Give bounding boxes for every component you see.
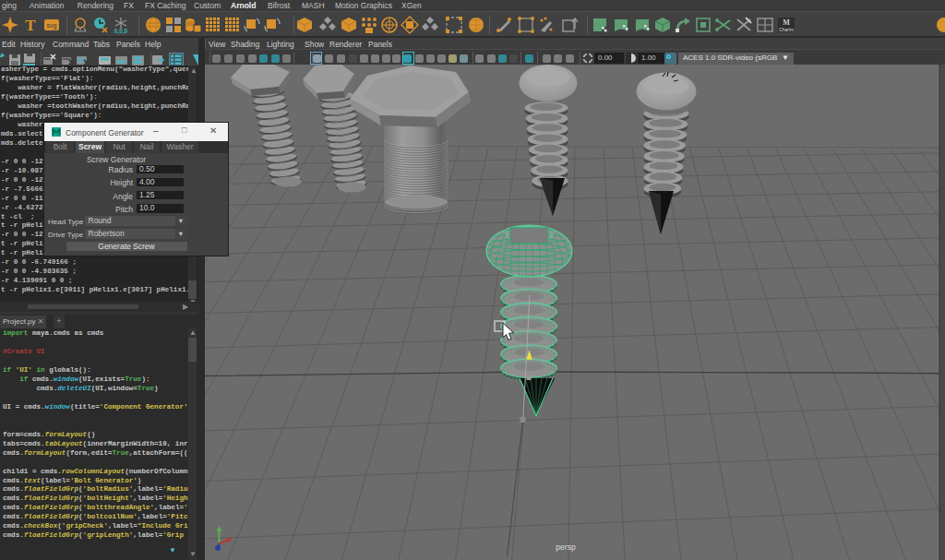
svg-text:0,0,0: 0,0,0 (114, 28, 128, 34)
svg-text:persp: persp (556, 542, 576, 552)
svg-text:Charlm: Charlm (779, 27, 794, 32)
svg-text:T: T (25, 17, 36, 34)
svg-text:M: M (783, 18, 790, 27)
svg-text:svg: svg (47, 22, 57, 30)
